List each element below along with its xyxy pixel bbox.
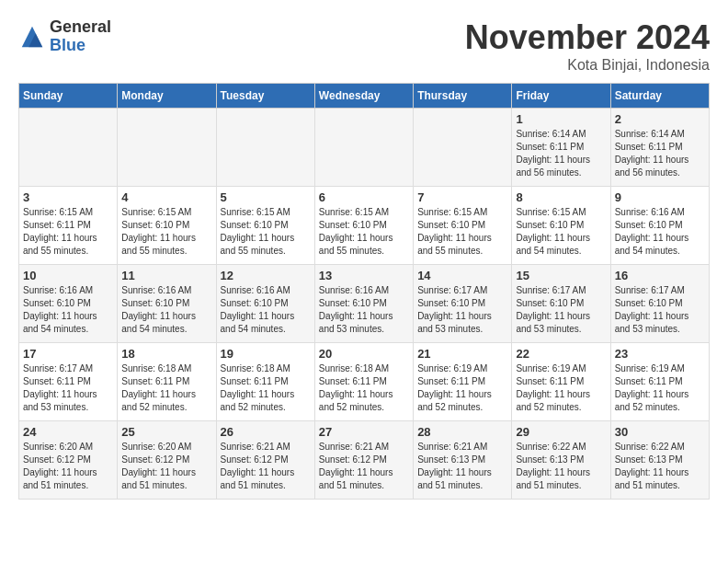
day-number: 6	[319, 190, 409, 204]
day-number: 22	[516, 347, 606, 361]
day-info: Sunrise: 6:19 AM Sunset: 6:11 PM Dayligh…	[516, 362, 606, 414]
day-number: 11	[121, 269, 211, 282]
calendar-header-saturday: Saturday	[610, 84, 709, 109]
calendar-cell: 13Sunrise: 6:16 AM Sunset: 6:10 PM Dayli…	[314, 265, 413, 343]
day-number: 4	[121, 190, 211, 204]
day-number: 18	[121, 347, 211, 361]
day-info: Sunrise: 6:21 AM Sunset: 6:12 PM Dayligh…	[319, 441, 409, 492]
calendar-header-monday: Monday	[118, 84, 216, 109]
calendar-cell: 24Sunrise: 6:20 AM Sunset: 6:12 PM Dayli…	[19, 421, 118, 500]
calendar-cell: 9Sunrise: 6:16 AM Sunset: 6:10 PM Daylig…	[610, 187, 709, 265]
day-info: Sunrise: 6:22 AM Sunset: 6:13 PM Dayligh…	[516, 441, 606, 492]
calendar-header-friday: Friday	[512, 84, 610, 109]
calendar-cell: 15Sunrise: 6:17 AM Sunset: 6:10 PM Dayli…	[512, 265, 610, 343]
day-number: 15	[516, 269, 606, 282]
logo-blue: Blue	[50, 37, 111, 55]
day-info: Sunrise: 6:18 AM Sunset: 6:11 PM Dayligh…	[319, 362, 409, 414]
day-number: 1	[516, 112, 606, 126]
calendar-week-row: 17Sunrise: 6:17 AM Sunset: 6:11 PM Dayli…	[19, 343, 710, 421]
calendar-cell: 6Sunrise: 6:15 AM Sunset: 6:10 PM Daylig…	[314, 187, 413, 265]
calendar-header-sunday: Sunday	[19, 84, 118, 109]
day-number: 27	[319, 425, 409, 439]
calendar-cell: 28Sunrise: 6:21 AM Sunset: 6:13 PM Dayli…	[414, 421, 512, 500]
calendar-cell	[314, 109, 413, 187]
day-number: 23	[615, 347, 705, 361]
day-number: 12	[221, 269, 311, 282]
day-info: Sunrise: 6:22 AM Sunset: 6:13 PM Dayligh…	[615, 441, 705, 492]
calendar-week-row: 3Sunrise: 6:15 AM Sunset: 6:11 PM Daylig…	[19, 187, 710, 265]
calendar-cell: 25Sunrise: 6:20 AM Sunset: 6:12 PM Dayli…	[118, 421, 216, 500]
calendar-cell: 8Sunrise: 6:15 AM Sunset: 6:10 PM Daylig…	[512, 187, 610, 265]
calendar-cell	[19, 109, 118, 187]
day-info: Sunrise: 6:15 AM Sunset: 6:10 PM Dayligh…	[417, 206, 507, 258]
day-info: Sunrise: 6:21 AM Sunset: 6:13 PM Dayligh…	[417, 441, 507, 492]
day-number: 20	[319, 347, 409, 361]
calendar-cell: 27Sunrise: 6:21 AM Sunset: 6:12 PM Dayli…	[314, 421, 413, 500]
day-info: Sunrise: 6:14 AM Sunset: 6:11 PM Dayligh…	[516, 128, 606, 179]
calendar-cell: 20Sunrise: 6:18 AM Sunset: 6:11 PM Dayli…	[314, 343, 413, 421]
day-info: Sunrise: 6:15 AM Sunset: 6:10 PM Dayligh…	[319, 206, 409, 258]
day-number: 28	[417, 425, 507, 439]
day-info: Sunrise: 6:16 AM Sunset: 6:10 PM Dayligh…	[221, 284, 311, 336]
day-info: Sunrise: 6:17 AM Sunset: 6:11 PM Dayligh…	[23, 362, 113, 414]
day-info: Sunrise: 6:17 AM Sunset: 6:10 PM Dayligh…	[516, 284, 606, 336]
day-info: Sunrise: 6:18 AM Sunset: 6:11 PM Dayligh…	[121, 362, 211, 414]
calendar-cell: 10Sunrise: 6:16 AM Sunset: 6:10 PM Dayli…	[19, 265, 118, 343]
day-info: Sunrise: 6:20 AM Sunset: 6:12 PM Dayligh…	[121, 441, 211, 492]
day-number: 7	[417, 190, 507, 204]
calendar-cell	[414, 109, 512, 187]
day-info: Sunrise: 6:16 AM Sunset: 6:10 PM Dayligh…	[319, 284, 409, 336]
day-number: 8	[516, 190, 606, 204]
logo-general: General	[50, 18, 111, 37]
calendar-header-wednesday: Wednesday	[314, 84, 413, 109]
day-number: 13	[319, 269, 409, 282]
day-number: 9	[615, 190, 705, 204]
calendar-cell: 17Sunrise: 6:17 AM Sunset: 6:11 PM Dayli…	[19, 343, 118, 421]
calendar-cell: 3Sunrise: 6:15 AM Sunset: 6:11 PM Daylig…	[19, 187, 118, 265]
day-number: 3	[23, 190, 113, 204]
day-info: Sunrise: 6:18 AM Sunset: 6:11 PM Dayligh…	[221, 362, 311, 414]
day-info: Sunrise: 6:16 AM Sunset: 6:10 PM Dayligh…	[23, 284, 113, 336]
day-info: Sunrise: 6:16 AM Sunset: 6:10 PM Dayligh…	[121, 284, 211, 336]
day-number: 14	[417, 269, 507, 282]
day-number: 25	[121, 425, 211, 439]
day-info: Sunrise: 6:21 AM Sunset: 6:12 PM Dayligh…	[221, 441, 311, 492]
calendar-cell: 16Sunrise: 6:17 AM Sunset: 6:10 PM Dayli…	[610, 265, 709, 343]
calendar-cell: 7Sunrise: 6:15 AM Sunset: 6:10 PM Daylig…	[414, 187, 512, 265]
calendar-week-row: 24Sunrise: 6:20 AM Sunset: 6:12 PM Dayli…	[19, 421, 710, 500]
calendar-week-row: 1Sunrise: 6:14 AM Sunset: 6:11 PM Daylig…	[19, 109, 710, 187]
day-number: 24	[23, 425, 113, 439]
calendar-cell: 5Sunrise: 6:15 AM Sunset: 6:10 PM Daylig…	[216, 187, 314, 265]
calendar-cell: 22Sunrise: 6:19 AM Sunset: 6:11 PM Dayli…	[512, 343, 610, 421]
day-number: 30	[615, 425, 705, 439]
calendar-cell: 14Sunrise: 6:17 AM Sunset: 6:10 PM Dayli…	[414, 265, 512, 343]
calendar-cell: 2Sunrise: 6:14 AM Sunset: 6:11 PM Daylig…	[610, 109, 709, 187]
day-info: Sunrise: 6:15 AM Sunset: 6:10 PM Dayligh…	[121, 206, 211, 258]
day-number: 5	[221, 190, 311, 204]
day-number: 16	[615, 269, 705, 282]
calendar-cell: 29Sunrise: 6:22 AM Sunset: 6:13 PM Dayli…	[512, 421, 610, 500]
day-info: Sunrise: 6:20 AM Sunset: 6:12 PM Dayligh…	[23, 441, 113, 492]
calendar-header-thursday: Thursday	[414, 84, 512, 109]
calendar-cell	[118, 109, 216, 187]
calendar-cell: 4Sunrise: 6:15 AM Sunset: 6:10 PM Daylig…	[118, 187, 216, 265]
logo: General Blue	[18, 18, 111, 55]
day-number: 19	[221, 347, 311, 361]
logo-text: General Blue	[50, 18, 111, 55]
calendar-cell	[216, 109, 314, 187]
day-number: 2	[615, 112, 705, 126]
page-header: General Blue November 2024 Kota Binjai, …	[18, 18, 710, 74]
calendar-cell: 26Sunrise: 6:21 AM Sunset: 6:12 PM Dayli…	[216, 421, 314, 500]
day-number: 17	[23, 347, 113, 361]
day-number: 21	[417, 347, 507, 361]
day-info: Sunrise: 6:17 AM Sunset: 6:10 PM Dayligh…	[417, 284, 507, 336]
calendar-header-tuesday: Tuesday	[216, 84, 314, 109]
day-number: 29	[516, 425, 606, 439]
day-info: Sunrise: 6:15 AM Sunset: 6:11 PM Dayligh…	[23, 206, 113, 258]
month-title: November 2024	[465, 18, 710, 57]
day-info: Sunrise: 6:14 AM Sunset: 6:11 PM Dayligh…	[615, 128, 705, 179]
day-number: 10	[23, 269, 113, 282]
calendar-header-row: SundayMondayTuesdayWednesdayThursdayFrid…	[19, 84, 710, 109]
title-block: November 2024 Kota Binjai, Indonesia	[465, 18, 710, 74]
calendar-cell: 19Sunrise: 6:18 AM Sunset: 6:11 PM Dayli…	[216, 343, 314, 421]
